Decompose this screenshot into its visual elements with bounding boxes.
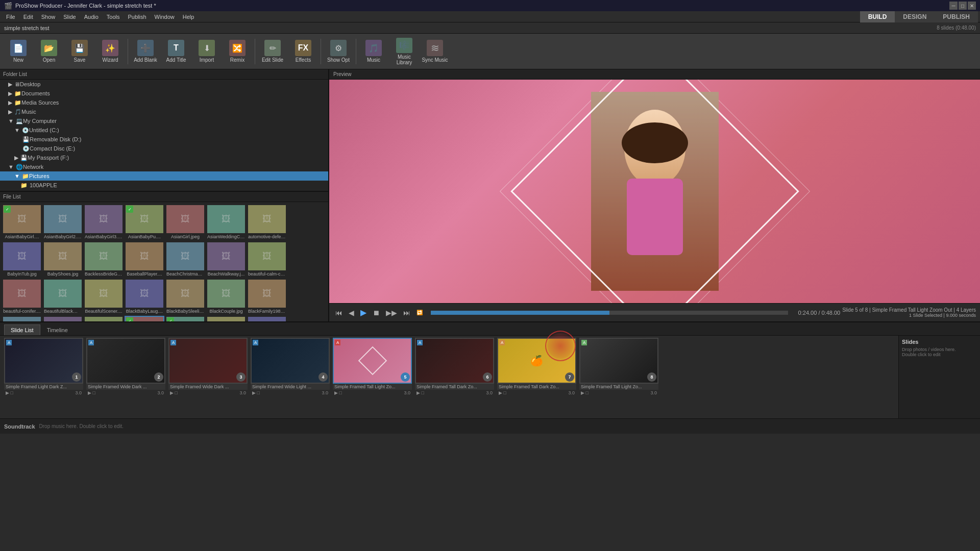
tree-item-untitled-c[interactable]: ▼ 💿 Untitled (C:) <box>0 126 328 135</box>
menu-window[interactable]: Window <box>151 13 179 21</box>
file-thumb-16[interactable]: 🖼 BeautifulScener.... <box>84 279 124 315</box>
file-thumb-22[interactable]: 🖼 BlondeAutumn.j... <box>43 316 83 321</box>
tree-item-network[interactable]: ▼ 🌐 Network <box>0 162 328 171</box>
tree-item-media-sources[interactable]: ▶ 📁 Media Sources <box>0 98 328 107</box>
file-thumb-17[interactable]: 🖼 BlackBabyLaug.... <box>125 279 164 315</box>
music-library-button[interactable]: 🎼 Music Library <box>390 36 419 67</box>
remix-button[interactable]: 🔀 Remix <box>223 36 252 67</box>
file-thumb-4[interactable]: 🖼 AsianGirl.jpeg <box>165 204 205 240</box>
music-button[interactable]: 🎵 Music <box>359 36 388 67</box>
tree-item-my-computer[interactable]: ▼ 💻 My Computer <box>0 116 328 126</box>
progress-bar[interactable] <box>431 311 788 315</box>
play-button[interactable]: ▶ <box>358 307 369 318</box>
skip-start-button[interactable]: ⏮ <box>333 308 345 318</box>
titlebar-controls[interactable]: ─ □ ✕ <box>949 2 976 10</box>
step-forward-button[interactable]: ▶▶ <box>384 308 399 318</box>
folder-tree[interactable]: ▶ 🖥 Desktop ▶ 📁 Documents ▶ 📁 Media Sour… <box>0 80 328 192</box>
slide-item-2[interactable]: A 2 Simple Framed Wide Dark ... ▶ □ 3.0 <box>86 338 165 396</box>
file-thumb-19[interactable]: 🖼 BlackCouple.jpg <box>206 279 246 315</box>
tab-build[interactable]: BUILD <box>860 11 895 22</box>
slide-item-8[interactable]: A 8 Simple Framed Tall Light Zo... ▶ □ 3… <box>579 338 658 396</box>
import-button[interactable]: ⬇ Import <box>192 36 221 67</box>
wizard-button[interactable]: ✨ Wizard <box>96 36 125 67</box>
file-thumb-2[interactable]: 🖼 AsianBabyGirl3.j... <box>84 204 124 240</box>
tab-design[interactable]: DESIGN <box>895 11 935 22</box>
tree-item-100apple[interactable]: 📁 100APPLE <box>0 181 328 190</box>
file-thumb-13[interactable]: 🖼 beautiful-calm-cl.... <box>247 241 287 278</box>
file-thumb-6[interactable]: 🖼 automotive-defe.... <box>247 204 287 240</box>
file-thumb-7[interactable]: 🖼 BabyInTub.jpg <box>2 241 42 278</box>
file-thumb-12[interactable]: 🖼 BeachWalkway.j... <box>206 241 246 278</box>
menu-edit[interactable]: Edit <box>19 13 37 21</box>
minimize-button[interactable]: ─ <box>949 2 958 10</box>
thumb-image-3: ✓ 🖼 <box>126 205 163 233</box>
preview-title: Preview <box>333 71 352 77</box>
open-button[interactable]: 📂 Open <box>35 36 63 67</box>
tree-item-music[interactable]: ▶ 🎵 Music <box>0 107 328 116</box>
menu-tools[interactable]: Tools <box>103 13 124 21</box>
tree-item-documents[interactable]: ▶ 📁 Documents <box>0 89 328 98</box>
menu-help[interactable]: Help <box>179 13 199 21</box>
file-thumb-8[interactable]: 🖼 BabyShoes.jpg <box>43 241 83 278</box>
file-thumb-26[interactable]: 🖼 BlondeWomaN.... <box>206 316 246 321</box>
file-thumb-14[interactable]: 🖼 beautiful-conifer.... <box>2 279 42 315</box>
menu-publish[interactable]: Publish <box>124 13 151 21</box>
thumb-icon-1: 🖼 <box>58 214 67 224</box>
add-title-button[interactable]: T Add Title <box>162 36 190 67</box>
tree-item-removable-d[interactable]: 💾 Removable Disk (D:) <box>0 135 328 144</box>
skip-end-button[interactable]: ⏭ <box>401 308 412 318</box>
file-thumb-10[interactable]: 🖼 BaseballPlayer.... <box>125 241 164 278</box>
tree-item-pictures[interactable]: ▼ 📁 Pictures <box>0 171 328 181</box>
tree-item-compact-e[interactable]: 💿 Compact Disc (E:) <box>0 144 328 153</box>
file-thumb-3[interactable]: ✓ 🖼 AsianBabyPu.... <box>125 204 164 240</box>
file-thumb-1[interactable]: 🖼 AsianBabyGirl2.j... <box>43 204 83 240</box>
toolbar-sep-1 <box>128 39 128 64</box>
file-thumb-23[interactable]: 🖼 BlondeIlluminati.jpg <box>84 316 124 321</box>
tab-publish[interactable]: PUBLISH <box>935 11 978 22</box>
maximize-button[interactable]: □ <box>959 2 967 10</box>
file-thumb-0[interactable]: ✓ 🖼 AsianBabyGirl.... <box>2 204 42 240</box>
sync-music-button[interactable]: ≋ Sync Music <box>421 36 449 67</box>
tab-timeline[interactable]: Timeline <box>40 324 75 335</box>
effects-button[interactable]: FX Effects <box>289 36 317 67</box>
file-thumb-24[interactable]: ✓ 🖼 BlondeModel.j.... <box>125 316 164 321</box>
slide-list-area[interactable]: A 1 Simple Framed Light Dark Z... ▶ □ 3.… <box>0 336 898 418</box>
toolbar-sep-4 <box>356 39 356 64</box>
tree-item-passport-f[interactable]: ▶ 💾 My Passport (F:) <box>0 153 328 162</box>
file-name-7: BabyInTub.jpg <box>3 271 41 277</box>
show-opt-button[interactable]: ⚙ Show Opt <box>324 36 353 67</box>
file-thumb-11[interactable]: 🖼 BeachChristmas.... <box>165 241 205 278</box>
menu-slide[interactable]: Slide <box>59 13 80 21</box>
slide-item-6[interactable]: A 6 Simple Framed Tall Dark Zo... ▶ □ 3.… <box>415 338 494 396</box>
menu-show[interactable]: Show <box>37 13 60 21</box>
tree-item-desktop[interactable]: ▶ 🖥 Desktop <box>0 80 328 89</box>
file-thumb-18[interactable]: 🖼 BlackBabySleeli.... <box>165 279 205 315</box>
new-button[interactable]: 📄 New <box>4 36 33 67</box>
menu-file[interactable]: File <box>2 13 19 21</box>
close-button[interactable]: ✕ <box>968 2 976 10</box>
slide-item-4[interactable]: A 4 Simple Framed Wide Light ... ▶ □ 3.0 <box>251 338 330 396</box>
file-thumb-15[interactable]: 🖼 BeautifulBlackW.... <box>43 279 83 315</box>
file-thumb-21[interactable]: 🖼 BlackMomAndD.... <box>2 316 42 321</box>
save-button[interactable]: 💾 Save <box>65 36 94 67</box>
check-badge-24: ✓ <box>126 317 133 321</box>
slide-item-5[interactable]: A 5 Simple Framed Tall Light Zo... ▶ □ 3… <box>333 338 412 396</box>
file-thumb-20[interactable]: 🖼 BlackFamily1980.... <box>247 279 287 315</box>
progress-fill <box>431 311 609 315</box>
file-name-2: AsianBabyGirl3.j... <box>85 234 122 239</box>
loop-button[interactable]: 🔁 <box>414 309 425 316</box>
edit-slide-button[interactable]: ✏ Edit Slide <box>258 36 287 67</box>
menu-audio[interactable]: Audio <box>80 13 103 21</box>
add-blank-button[interactable]: ➕ Add Blank <box>131 36 160 67</box>
stop-button[interactable]: ⏹ <box>371 308 382 318</box>
tab-slide-list[interactable]: Slide List <box>4 324 40 335</box>
file-thumb-25[interactable]: ✓ 🖼 BlondeWoman.... <box>165 316 205 321</box>
step-back-button[interactable]: ◀ <box>347 308 356 318</box>
file-thumb-5[interactable]: 🖼 AsianWeddingC.... <box>206 204 246 240</box>
slide-item-7[interactable]: 🍊 A 7 Simple Framed Tall Dark Zo... ▶ □ … <box>497 338 576 396</box>
slide-item-3[interactable]: A 3 Simple Framed Wide Dark ... ▶ □ 3.0 <box>168 338 248 396</box>
slide-item-1[interactable]: A 1 Simple Framed Light Dark Z... ▶ □ 3.… <box>4 338 83 396</box>
file-thumb-9[interactable]: 🖼 BacklessBrideG.... <box>84 241 124 278</box>
file-thumb-27[interactable]: 🖼 blooming-blosso.... <box>247 316 287 321</box>
file-grid[interactable]: ✓ 🖼 AsianBabyGirl.... 🖼 AsianBabyGirl2.j… <box>0 202 328 321</box>
